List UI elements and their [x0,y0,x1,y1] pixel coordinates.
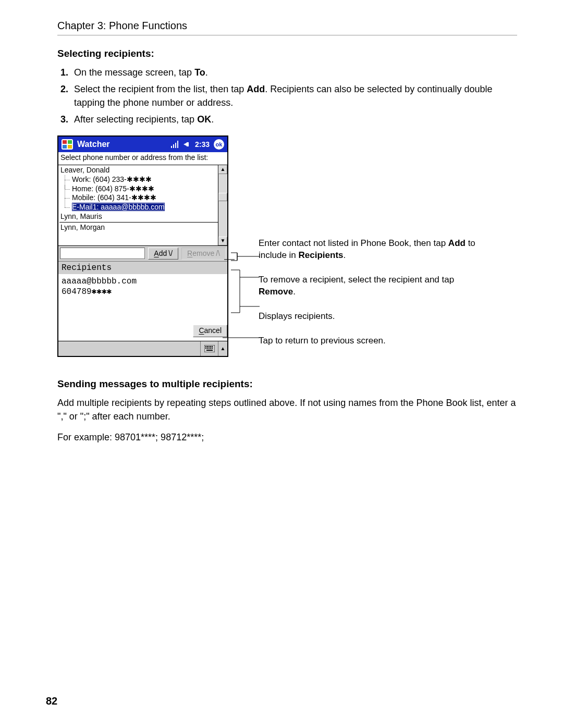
multiple-para-1: Add multiple recipients by repeating ste… [57,396,517,423]
scroll-down-icon[interactable]: ▼ [218,237,227,245]
down-arrow-icon: \/ [168,249,173,258]
step-1: On the message screen, tap To. [71,66,517,79]
signal-icon [171,141,179,148]
recipients-list[interactable]: aaaaa@bbbbb.com 604789✱✱✱✱ [58,274,227,322]
recipients-header: Recipients [58,261,227,274]
up-arrow-icon: /\ [216,249,220,258]
svg-rect-6 [205,346,206,347]
contact-home[interactable]: Home: (604) 875-✱✱✱✱ [65,184,227,194]
scroll-thumb[interactable] [218,193,227,201]
svg-rect-8 [209,346,210,347]
callouts: Enter contact not listed in Phone Book, … [259,135,488,360]
device-screenshot: Watcher 2:33 ok Select phone number or a… [57,135,228,357]
svg-rect-9 [210,346,211,347]
svg-rect-16 [206,350,213,351]
steps-list: On the message screen, tap To. Select th… [57,66,517,126]
step-2: Select the recipient from the list, then… [71,82,517,109]
section-title-selecting: Selecting recipients: [57,48,517,59]
svg-rect-11 [205,348,206,349]
scrollbar[interactable]: ▲ ▼ [218,165,227,245]
section-title-multiple: Sending messages to multiple recipients: [57,378,517,390]
svg-rect-13 [209,348,210,349]
contact-lynn-mauris[interactable]: Lynn, Mauris [59,212,227,222]
callout-cancel: Tap to return to previous screen. [259,335,488,347]
keyboard-icon[interactable] [200,341,218,356]
ok-button[interactable]: ok [214,139,224,150]
step-3: After selecting recipients, tap OK. [71,113,517,126]
svg-rect-14 [210,348,211,349]
page-number: 82 [46,695,57,707]
svg-rect-15 [212,348,213,349]
add-button[interactable]: Add \/ [148,248,178,260]
contact-email[interactable]: E-Mail1: aaaaa@bbbbb.com [65,203,227,212]
clock: 2:33 [195,140,210,150]
start-icon[interactable] [62,139,73,150]
input-button-row: Add \/ Remove /\ [58,245,227,262]
figure: Watcher 2:33 ok Select phone number or a… [57,135,517,360]
multiple-para-2: For example: 98701****; 98712****; [57,430,517,444]
svg-rect-12 [207,348,208,349]
callout-remove: To remove a recipient, select the recipi… [259,274,488,298]
callout-recipients: Displays recipients. [259,311,488,323]
app-title: Watcher [77,139,167,150]
svg-rect-10 [212,346,213,347]
svg-rect-7 [207,346,208,347]
callout-add: Enter contact not listed in Phone Book, … [259,238,488,262]
contact-leaver[interactable]: Leaver, Donald [59,165,227,176]
recipient-entry[interactable]: aaaaa@bbbbb.com [62,276,224,287]
sip-bar: ▲ [58,341,227,356]
contact-lynn-morgan[interactable]: Lynn, Morgan [59,222,227,233]
recipient-input[interactable] [60,248,145,259]
instruction-text: Select phone number or address from the … [58,152,227,165]
remove-button[interactable]: Remove /\ [181,248,226,260]
titlebar: Watcher 2:33 ok [58,137,227,152]
contact-list[interactable]: Leaver, Donald Work: (604) 233-✱✱✱✱ Home… [58,165,227,245]
contact-work[interactable]: Work: (604) 233-✱✱✱✱ [65,175,227,184]
contact-mobile[interactable]: Mobile: (604) 341-✱✱✱✱ [65,193,227,203]
speaker-icon [183,141,191,148]
sip-arrow-icon[interactable]: ▲ [218,341,227,356]
cancel-button[interactable]: Cancel [193,325,227,337]
chapter-header: Chapter 3: Phone Functions [57,20,517,35]
scroll-up-icon[interactable]: ▲ [218,165,227,174]
recipient-entry[interactable]: 604789✱✱✱✱ [62,287,224,297]
